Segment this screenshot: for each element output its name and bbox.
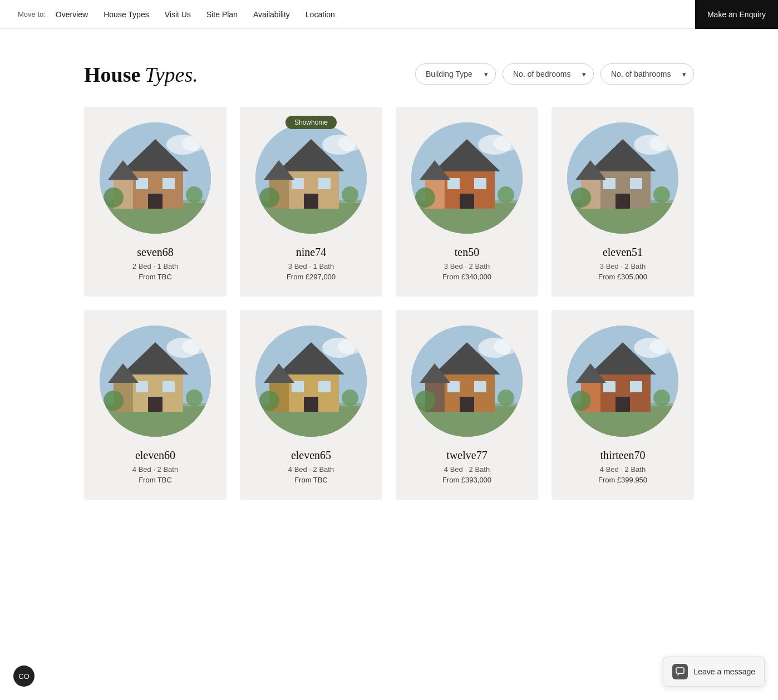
main-content: House Types. Building TypeHouseApartment… [66,29,712,555]
svg-point-72 [186,390,203,406]
card-specs-twelve77: 4 Bed · 2 Bath [444,465,490,474]
card-name-eleven51: eleven51 [603,246,643,259]
svg-point-29 [338,136,362,151]
nav-links: OverviewHouse TypesVisit UsSite PlanAvai… [56,10,760,19]
svg-point-102 [498,390,514,406]
nav-link-visit-us[interactable]: Visit Us [165,10,191,19]
card-price-nine74: From £297,000 [287,273,336,281]
card-name-thirteen70: thirteen70 [600,449,645,462]
card-name-seven68: seven68 [137,246,174,259]
card-image-nine74 [255,122,367,234]
svg-rect-8 [148,194,163,209]
card-image-eleven60 [100,326,211,437]
svg-point-87 [342,390,358,406]
house-card-eleven51[interactable]: eleven513 Bed · 2 BathFrom £305,000 [552,107,694,297]
svg-point-14 [182,136,206,151]
card-price-thirteen70: From £399,950 [598,476,647,484]
svg-rect-98 [460,397,474,412]
house-card-eleven60[interactable]: eleven604 Bed · 2 BathFrom TBC [84,310,226,500]
house-card-thirteen70[interactable]: thirteen704 Bed · 2 BathFrom £399,950 [552,310,694,500]
card-image-twelve77 [411,326,523,437]
svg-point-104 [494,339,518,354]
svg-rect-23 [304,194,318,209]
card-price-eleven51: From £305,000 [598,273,647,281]
svg-rect-83 [304,397,318,412]
svg-rect-7 [163,178,175,189]
card-price-eleven65: From TBC [294,476,328,484]
page-title-normal: House [84,62,140,87]
svg-point-56 [571,188,591,208]
card-name-nine74: nine74 [296,246,326,259]
house-card-twelve77[interactable]: twelve774 Bed · 2 BathFrom £393,000 [396,310,538,500]
card-price-ten50: From £340,000 [442,273,491,281]
svg-point-44 [494,136,518,151]
filter-wrapper-bathrooms: No. of bathrooms123 [600,63,694,85]
moveto-label: Move to: [18,10,46,18]
house-card-nine74[interactable]: Showhome nine743 Bed · 1 BathFrom £297,0… [240,107,382,297]
card-specs-eleven51: 3 Bed · 2 Bath [600,262,646,270]
card-image-thirteen70 [567,326,678,437]
svg-point-74 [182,339,206,354]
svg-rect-68 [148,397,163,412]
svg-rect-82 [318,381,331,392]
house-card-ten50[interactable]: ten503 Bed · 2 BathFrom £340,000 [396,107,538,297]
svg-point-116 [571,391,591,411]
card-name-ten50: ten50 [455,246,479,259]
svg-rect-38 [460,194,474,209]
svg-rect-37 [474,178,486,189]
card-specs-ten50: 3 Bed · 2 Bath [444,262,490,270]
house-card-seven68[interactable]: seven682 Bed · 1 BathFrom TBC [84,107,226,297]
nav-link-overview[interactable]: Overview [56,10,88,19]
card-price-twelve77: From £393,000 [442,476,491,484]
page-title-italic: Types. [145,62,198,87]
card-image-ten50 [411,122,523,234]
card-specs-seven68: 2 Bed · 1 Bath [132,262,178,270]
card-price-seven68: From TBC [139,273,172,281]
svg-point-12 [186,186,203,203]
card-price-eleven60: From TBC [139,476,172,484]
svg-rect-112 [630,381,642,392]
svg-point-86 [259,391,279,411]
card-badge-nine74: Showhome [285,116,337,129]
svg-rect-67 [163,381,175,392]
card-image-seven68 [100,122,211,234]
enquiry-button[interactable]: Make an Enquiry [695,0,778,29]
card-image-eleven65 [255,326,367,437]
svg-rect-113 [615,397,630,412]
nav-link-site-plan[interactable]: Site Plan [206,10,238,19]
card-name-eleven65: eleven65 [291,449,331,462]
house-grid: seven682 Bed · 1 BathFrom TBCShowhome ni… [84,107,694,500]
filter-wrapper-bedrooms: No. of bedrooms1234 [503,63,594,85]
svg-rect-53 [615,194,630,209]
filter-bathrooms[interactable]: No. of bathrooms123 [600,63,694,85]
svg-point-71 [104,391,124,411]
filter-wrapper-building-type: Building TypeHouseApartment [415,63,496,85]
svg-rect-52 [630,178,642,189]
svg-point-117 [653,390,670,406]
svg-rect-22 [318,178,331,189]
house-card-eleven65[interactable]: eleven654 Bed · 2 BathFrom TBC [240,310,382,500]
svg-point-57 [653,186,670,203]
svg-rect-97 [474,381,486,392]
filter-bedrooms[interactable]: No. of bedrooms1234 [503,63,594,85]
card-name-eleven60: eleven60 [135,449,175,462]
nav-link-location[interactable]: Location [306,10,335,19]
nav-link-house-types[interactable]: House Types [104,10,149,19]
svg-point-59 [649,136,674,151]
card-specs-thirteen70: 4 Bed · 2 Bath [600,465,646,474]
svg-point-119 [649,339,674,354]
card-specs-nine74: 3 Bed · 1 Bath [288,262,334,270]
card-specs-eleven60: 4 Bed · 2 Bath [132,465,178,474]
svg-point-101 [415,391,435,411]
svg-point-41 [415,188,435,208]
card-name-twelve77: twelve77 [446,449,487,462]
filter-building-type[interactable]: Building TypeHouseApartment [415,63,496,85]
svg-point-26 [259,188,279,208]
card-specs-eleven65: 4 Bed · 2 Bath [288,465,334,474]
svg-point-11 [104,188,124,208]
nav-link-availability[interactable]: Availability [253,10,290,19]
navbar: Move to: OverviewHouse TypesVisit UsSite… [0,0,778,29]
card-image-eleven51 [567,122,678,234]
svg-point-89 [338,339,362,354]
svg-point-27 [342,186,358,203]
